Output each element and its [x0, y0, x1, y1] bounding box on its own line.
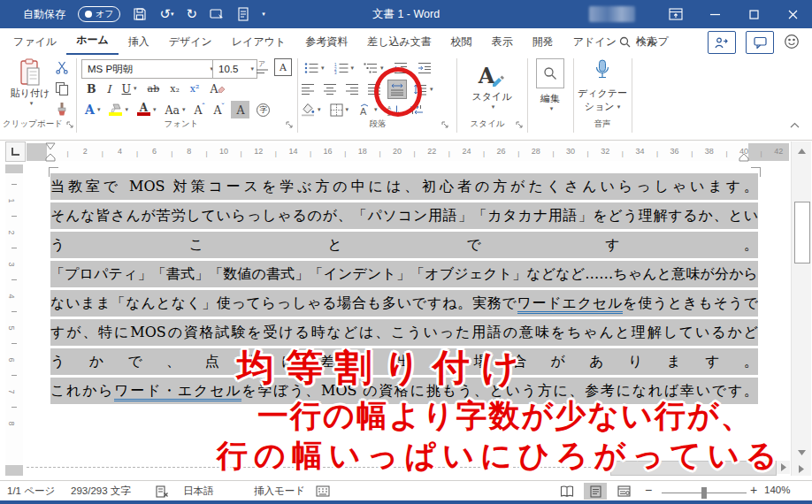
vertical-scroll-thumb[interactable] [794, 202, 810, 263]
scroll-up-arrow[interactable] [794, 144, 808, 158]
page-indicator[interactable]: 1/1 ページ [7, 485, 55, 498]
underline-button[interactable]: U▾ [120, 80, 139, 97]
tab-references[interactable]: 参考資料 [295, 29, 357, 55]
align-right-button[interactable] [343, 80, 361, 98]
clear-formatting-button[interactable]: A [208, 80, 227, 97]
align-center-button[interactable] [321, 80, 339, 98]
proofing-status-icon[interactable] [156, 485, 169, 498]
paste-button[interactable]: 貼り付け ▾ [7, 58, 53, 107]
highlight-color-button[interactable]: ▾ [107, 101, 130, 118]
web-layout-button[interactable] [612, 483, 635, 500]
zoom-in-button[interactable]: + [750, 483, 757, 497]
tab-selector[interactable] [5, 141, 26, 162]
h-ruler-number: 24 [460, 147, 472, 156]
italic-button[interactable]: I [105, 80, 113, 97]
bullets-list-button[interactable]: ▾ [303, 59, 326, 77]
font-name-combo[interactable]: MS P明朝 ▾ [81, 59, 217, 79]
subscript-button[interactable]: x₂ [168, 80, 181, 97]
ribbon-display-options-icon[interactable] [656, 0, 695, 28]
format-painter-button[interactable] [55, 102, 69, 117]
sort-button[interactable]: AZ [385, 101, 402, 118]
tab-addins[interactable]: アドイン [563, 29, 626, 55]
collapse-ribbon-button[interactable] [790, 122, 800, 128]
share-button[interactable] [708, 31, 736, 54]
feedback-smiley-icon[interactable] [784, 34, 800, 50]
font-dialog-launcher[interactable] [285, 120, 294, 129]
tab-insert[interactable]: 挿入 [119, 29, 159, 55]
numbering-button[interactable]: 123▾ [333, 59, 356, 77]
styles-button[interactable]: A スタイル ▾ [467, 60, 517, 111]
scissors-icon [55, 60, 69, 74]
font-color-button[interactable]: A ▾ [135, 101, 158, 118]
scroll-down-arrow[interactable] [794, 446, 808, 460]
align-left-button[interactable] [299, 80, 317, 98]
zoom-out-button[interactable]: − [645, 483, 652, 497]
borders-button[interactable]: ▾ [328, 101, 351, 118]
maximize-button[interactable] [734, 0, 773, 28]
document-line-4[interactable]: 「プロパティ」「書式」「数値の書式」「インデント」「オブジェクト」などなど……ち… [50, 261, 758, 287]
tab-design[interactable]: デザイン [159, 29, 222, 55]
word-count[interactable]: 293/293 文字 [71, 485, 131, 498]
tab-file[interactable]: ファイル [4, 29, 66, 55]
justify-button[interactable] [365, 80, 383, 98]
clipboard-dialog-launcher[interactable] [65, 120, 74, 129]
tab-home[interactable]: ホーム [66, 27, 119, 56]
keyboard-ime-icon[interactable] [316, 485, 330, 497]
multilevel-list-button[interactable]: ▾ [362, 59, 386, 77]
clipboard-group-label: クリップボード [2, 118, 64, 130]
scroll-right-corner-arrow[interactable] [794, 462, 808, 476]
document-line-2[interactable]: そんな皆さんが苦労していらっしゃるのが、「パソコン用語」「カタカナ用語」をどう理… [50, 202, 758, 229]
insert-mode-indicator[interactable]: 挿入モード [254, 485, 305, 498]
dictate-button[interactable]: ディクテー ション▾ [577, 58, 628, 113]
increase-indent-button[interactable] [416, 59, 433, 77]
minimize-button[interactable] [695, 0, 734, 28]
asian-layout-button[interactable]: A▾ [356, 101, 379, 118]
shading-button[interactable]: ▾ [299, 101, 323, 118]
copy-button[interactable] [55, 81, 69, 95]
superscript-button[interactable]: x² [188, 80, 202, 97]
strikethrough-button[interactable]: ab [146, 80, 162, 97]
hyperlink-word-excel-2[interactable]: ワード・エクセル [114, 382, 241, 401]
styles-dialog-launcher[interactable] [515, 120, 524, 129]
cut-button[interactable] [55, 60, 69, 74]
font-size-combo[interactable]: 10.5 ▾ [212, 59, 257, 79]
read-mode-button[interactable] [555, 483, 578, 500]
language-indicator[interactable]: 日本語 [183, 485, 214, 498]
hanging-indent-marker[interactable] [45, 153, 56, 162]
change-case-button[interactable]: Aa▾ [163, 101, 187, 118]
enclose-characters-button[interactable]: 字 [255, 101, 272, 118]
character-border-button[interactable]: A [274, 58, 292, 76]
decrease-indent-button[interactable] [392, 59, 410, 77]
document-line-3-distributed[interactable]: うことです。 [50, 232, 758, 258]
tab-developer[interactable]: 開発 [523, 29, 563, 55]
first-line-indent-marker[interactable] [45, 142, 56, 150]
editing-button[interactable]: 編集 ▾ [532, 58, 568, 112]
document-line-1[interactable]: 当教室で MOS 対策コースを学ぶ方の中には、初心者の方がたくさんいらっしゃいま… [50, 173, 758, 200]
tab-layout[interactable]: レイアウト [222, 29, 295, 55]
close-button[interactable] [773, 0, 812, 28]
user-account-redacted[interactable] [589, 6, 635, 22]
shrink-font-button[interactable]: Aˇ [211, 101, 226, 118]
character-shading-button[interactable]: A [231, 101, 249, 118]
distribute-button[interactable] [387, 80, 407, 99]
phonetic-guide-button[interactable]: ア [255, 59, 270, 75]
paragraph-dialog-launcher[interactable] [440, 120, 449, 129]
grow-font-button[interactable]: Aˆ [192, 101, 206, 118]
formatting-marks-button[interactable] [408, 101, 425, 118]
right-indent-marker[interactable] [739, 153, 749, 162]
document-line-6[interactable]: すが、特にMOSの資格試験を受ける時などは、こういった用語の意味をちゃんと理解し… [50, 319, 758, 346]
zoom-slider-thumb[interactable] [701, 487, 707, 499]
tab-mailings[interactable]: 差し込み文書 [357, 29, 441, 55]
tab-view[interactable]: 表示 [482, 29, 523, 55]
tab-review[interactable]: 校閲 [441, 29, 482, 55]
vertical-scrollbar[interactable] [791, 141, 811, 476]
document-line-5[interactable]: ないまま「なんとなく」使ってらっしゃる場合も多いですね。実務でワードエクセルを使… [50, 290, 758, 317]
hyperlink-word-excel[interactable]: ワードエクセル [517, 294, 624, 314]
bold-button[interactable]: B [85, 80, 98, 97]
tell-me-search[interactable]: 検索 [619, 28, 657, 55]
line-spacing-button[interactable]: ▾ [411, 80, 435, 98]
zoom-level[interactable]: 140% [764, 485, 790, 495]
comments-button[interactable] [746, 31, 774, 54]
print-layout-button[interactable] [584, 483, 607, 500]
text-effects-button[interactable]: A▾ [83, 101, 102, 118]
